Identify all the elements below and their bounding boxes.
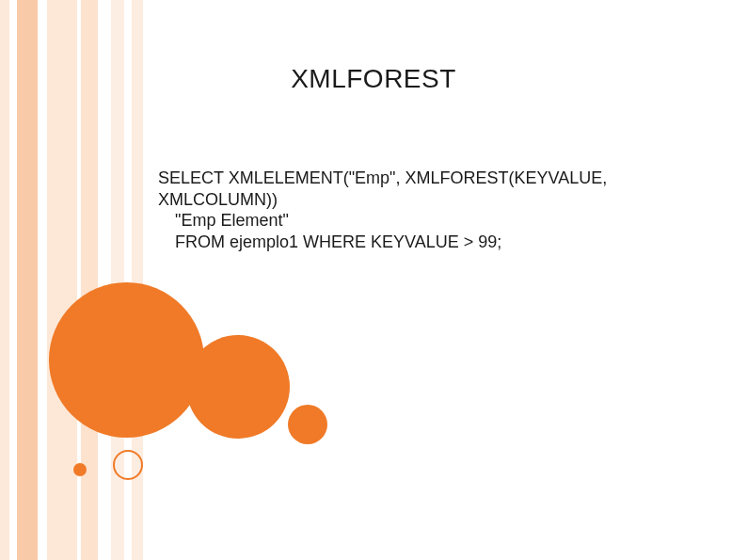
decorative-circle: [288, 405, 327, 444]
decorative-circle-outline: [113, 450, 143, 480]
code-line: XMLCOLUMN)): [158, 189, 685, 211]
decorative-circle: [49, 282, 204, 438]
decorative-circle: [73, 463, 87, 476]
code-line: SELECT XMLELEMENT("Emp", XMLFOREST(KEYVA…: [158, 168, 685, 189]
slide-body: SELECT XMLELEMENT("Emp", XMLFOREST(KEYVA…: [158, 168, 685, 252]
code-line: FROM ejemplo1 WHERE KEYVALUE > 99;: [158, 232, 685, 253]
decorative-circle: [186, 335, 290, 439]
slide-title: XMLFOREST: [0, 64, 747, 94]
code-line: "Emp Element": [158, 210, 685, 232]
